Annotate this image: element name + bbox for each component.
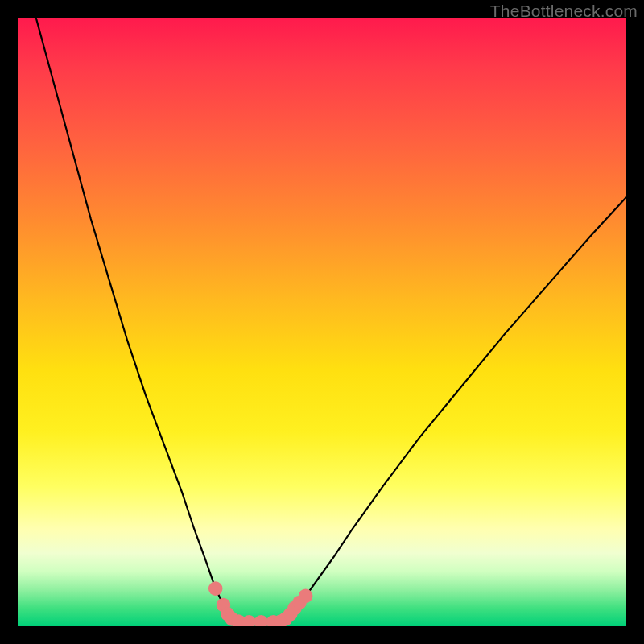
chart-svg [18,18,626,626]
svg-point-13 [299,588,313,603]
curve-left [36,18,232,619]
chart-canvas [18,18,626,626]
svg-point-0 [208,581,223,596]
curve-right [286,197,626,619]
trough-marker-group [208,581,313,626]
watermark-text: TheBottleneck.com [490,2,638,21]
svg-point-5 [242,615,257,626]
svg-point-6 [254,615,269,626]
